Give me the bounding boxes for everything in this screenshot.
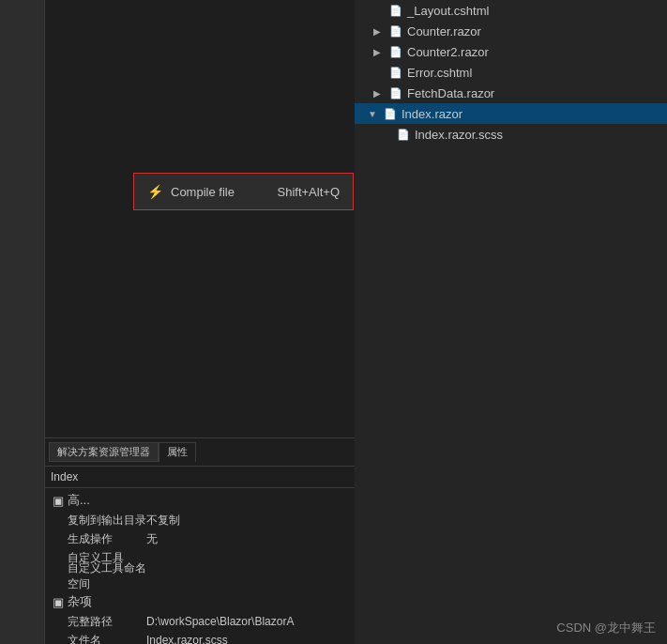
- file-name: Error.cshtml: [407, 66, 472, 80]
- prop-name: 生成操作: [53, 531, 146, 547]
- watermark: CSDN @龙中舞王: [556, 620, 656, 636]
- prop-row: 生成操作 无: [53, 529, 347, 548]
- properties-section-high: ▣ 高... 复制到输出目录 不复制 生成操作 无 自定义工具 自定义工具命名空…: [45, 488, 355, 590]
- file-tree-item-selected[interactable]: ▼ 📄 Index.razor: [355, 103, 667, 124]
- section-label: 杂项: [68, 593, 92, 610]
- arrow-icon: ▶: [373, 47, 385, 57]
- arrow-icon: ▶: [373, 88, 385, 99]
- file-name: Index.razor: [402, 107, 462, 121]
- properties-section-title: Index: [51, 470, 78, 483]
- properties-panel: 解决方案资源管理器 属性 Index ▣ 高... 复制到输出目录 不复制 生成…: [45, 437, 355, 644]
- file-name: Counter.razor: [407, 24, 481, 38]
- tab-solution-explorer[interactable]: 解决方案资源管理器: [49, 442, 159, 462]
- section-label: 高...: [68, 492, 90, 509]
- collapse-icon: ▣: [53, 595, 64, 609]
- prop-value: 不复制: [146, 513, 347, 529]
- file-tree-item[interactable]: 📄 Index.razor.scss: [355, 124, 667, 145]
- compile-label: Compile file: [171, 185, 235, 199]
- compile-panel: ⚡ Compile file Shift+Alt+Q: [133, 173, 354, 210]
- compile-shortcut: Shift+Alt+Q: [278, 185, 340, 199]
- prop-row: 自定义工具命名空间: [53, 567, 347, 586]
- arrow-icon: ▼: [368, 109, 379, 119]
- prop-name: 自定义工具命名空间: [53, 560, 146, 592]
- file-icon: 📄: [388, 65, 403, 80]
- prop-row: 完整路径 D:\workSpace\Blazor\BlazorA: [53, 612, 347, 631]
- file-tree-item[interactable]: ▶ 📄 Counter.razor: [355, 21, 667, 41]
- tab-properties[interactable]: 属性: [159, 442, 196, 462]
- sidebar: [0, 0, 45, 644]
- properties-section-misc: ▣ 杂项 完整路径 D:\workSpace\Blazor\BlazorA 文件…: [45, 590, 355, 644]
- compile-icon: ⚡: [147, 184, 163, 199]
- section-header: ▣ 高...: [53, 492, 347, 509]
- file-name: _Layout.cshtml: [407, 4, 489, 18]
- prop-value: Index.razor.scss: [146, 634, 347, 644]
- file-tree-item[interactable]: ▶ 📄 FetchData.razor: [355, 83, 667, 103]
- prop-name: 文件名: [53, 633, 146, 645]
- file-tree-item[interactable]: 📄 _Layout.cshtml: [355, 0, 667, 21]
- prop-name: 复制到输出目录: [53, 513, 146, 529]
- collapse-icon: ▣: [53, 494, 64, 508]
- file-name: Index.razor.scss: [415, 128, 503, 142]
- prop-row: 复制到输出目录 不复制: [53, 511, 347, 529]
- file-tree-item[interactable]: ▶ 📄 Counter2.razor: [355, 41, 667, 62]
- prop-value: 无: [146, 531, 347, 547]
- file-name: Counter2.razor: [407, 45, 489, 59]
- file-icon: 📄: [388, 44, 403, 59]
- file-icon: 📄: [388, 85, 403, 100]
- arrow-icon: ▶: [373, 26, 385, 37]
- prop-row: 文件名 Index.razor.scss: [53, 631, 347, 644]
- prop-value: D:\workSpace\Blazor\BlazorA: [146, 615, 347, 628]
- file-icon: 📄: [396, 127, 411, 142]
- file-tree: 📄 _Layout.cshtml ▶ 📄 Counter.razor ▶ 📄 C…: [355, 0, 667, 644]
- file-icon: 📄: [388, 3, 403, 18]
- file-name: FetchData.razor: [407, 86, 494, 100]
- file-icon: 📄: [383, 106, 398, 121]
- file-icon: 📄: [388, 23, 403, 38]
- prop-name: 完整路径: [53, 614, 146, 630]
- file-tree-item[interactable]: 📄 Error.cshtml: [355, 62, 667, 83]
- section-header: ▣ 杂项: [53, 593, 347, 610]
